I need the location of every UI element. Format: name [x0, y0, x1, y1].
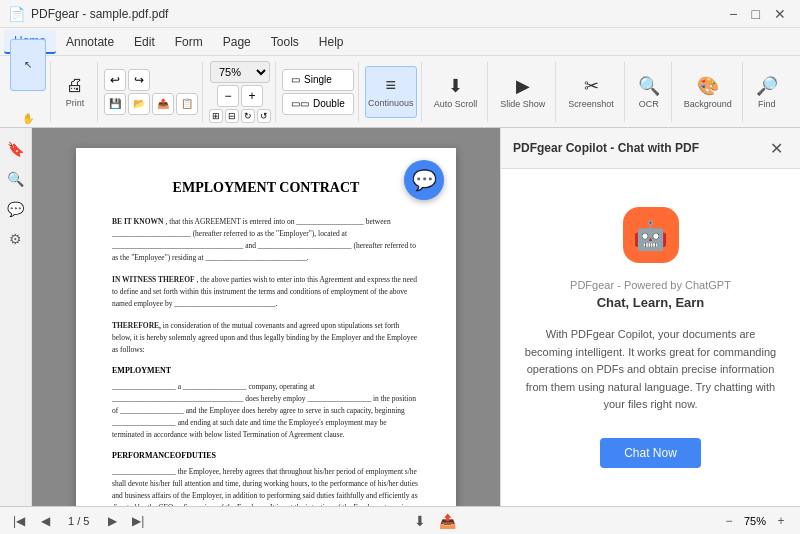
- page-navigation: |◀ ◀ 1 / 5 ▶ ▶|: [8, 510, 149, 532]
- window-title: PDFgear - sample.pdf.pdf: [31, 7, 168, 21]
- fit-page-button[interactable]: ⊞: [209, 109, 223, 123]
- action-buttons: ⬇ 📤: [409, 510, 459, 532]
- ocr-button[interactable]: 🔍 OCR: [631, 66, 667, 118]
- pdf-para2: IN WITNESS THEREOF , the above parties w…: [112, 274, 420, 310]
- find-button[interactable]: 🔎 Find: [749, 66, 785, 118]
- app-logo-icon: 📄: [8, 6, 25, 22]
- copy-button[interactable]: 📋: [176, 93, 198, 115]
- select-tool-button[interactable]: ↖: [10, 39, 46, 91]
- bottom-zoom-controls: − 75% +: [718, 510, 792, 532]
- copilot-description: With PDFgear Copilot, your documents are…: [521, 326, 780, 414]
- sidebar-search-icon[interactable]: 🔍: [3, 166, 29, 192]
- find-icon: 🔎: [756, 75, 778, 97]
- bottom-bar: |◀ ◀ 1 / 5 ▶ ▶| ⬇ 📤 − 75% +: [0, 506, 800, 534]
- zoom-in-button[interactable]: +: [241, 85, 263, 107]
- sidebar-bookmark-icon[interactable]: 🔖: [3, 136, 29, 162]
- hand-icon: ✋: [22, 113, 34, 124]
- menu-tools[interactable]: Tools: [261, 31, 309, 53]
- chat-fab-icon: 💬: [412, 168, 437, 192]
- slideshow-group: ▶ Slide Show: [490, 62, 556, 122]
- print-button[interactable]: 🖨 Print: [57, 66, 93, 118]
- slide-show-button[interactable]: ▶ Slide Show: [494, 66, 551, 118]
- main-area: 🔖 🔍 💬 ⚙ EMPLOYMENT CONTRACT BE IT KNOWN …: [0, 128, 800, 506]
- sidebar-comment-icon[interactable]: 💬: [3, 196, 29, 222]
- slideshow-icon: ▶: [516, 75, 530, 97]
- pdf-para3: THEREFORE, in consideration of the mutua…: [112, 320, 420, 356]
- menu-edit[interactable]: Edit: [124, 31, 165, 53]
- continuous-group: ≡ Continuous: [361, 62, 422, 122]
- save-button[interactable]: 💾: [104, 93, 126, 115]
- copilot-panel: PDFgear Copilot - Chat with PDF ✕ 🤖 PDFg…: [500, 128, 800, 506]
- zoom-group: 75% 50% 100% 125% 150% − + ⊞ ⊟ ↻ ↺: [205, 62, 276, 122]
- share-button[interactable]: 📤: [152, 93, 174, 115]
- zoom-select[interactable]: 75% 50% 100% 125% 150%: [210, 61, 270, 83]
- copilot-logo-icon: 🤖: [623, 207, 679, 263]
- share-bottom-button[interactable]: 📤: [437, 510, 459, 532]
- cursor-icon: ↖: [24, 59, 32, 70]
- rotate-ccw-button[interactable]: ↺: [257, 109, 271, 123]
- continuous-icon: ≡: [385, 75, 396, 96]
- window-controls: − □ ✕: [723, 0, 792, 28]
- pdf-para1: BE IT KNOWN , that this AGREEMENT is ent…: [112, 216, 420, 264]
- view-mode-group: ▭ Single ▭▭ Double: [278, 62, 359, 122]
- zoom-level-label: 75%: [744, 515, 766, 527]
- zoom-out-button[interactable]: −: [217, 85, 239, 107]
- rotate-cw-button[interactable]: ↻: [241, 109, 255, 123]
- chat-fab-button[interactable]: 💬: [404, 160, 444, 200]
- screenshot-group: ✂ Screenshot: [558, 62, 625, 122]
- minimize-button[interactable]: −: [723, 0, 743, 28]
- menubar: Home Annotate Edit Form Page Tools Help: [0, 28, 800, 56]
- last-page-button[interactable]: ▶|: [127, 510, 149, 532]
- copilot-close-button[interactable]: ✕: [764, 136, 788, 160]
- copilot-logo-glyph: 🤖: [633, 219, 668, 252]
- autoscroll-icon: ⬇: [448, 75, 463, 97]
- ocr-icon: 🔍: [638, 75, 660, 97]
- maximize-button[interactable]: □: [746, 0, 766, 28]
- background-button[interactable]: 🎨 Background: [678, 66, 738, 118]
- next-page-button[interactable]: ▶: [101, 510, 123, 532]
- pdf-duties-text: _________________ the Employee, hereby a…: [112, 466, 420, 506]
- chat-now-button[interactable]: Chat Now: [600, 438, 701, 468]
- pdf-page: EMPLOYMENT CONTRACT BE IT KNOWN , that t…: [76, 148, 456, 506]
- page-indicator: 1 / 5: [60, 515, 97, 527]
- close-button[interactable]: ✕: [768, 0, 792, 28]
- zoom-out-bottom-button[interactable]: −: [718, 510, 740, 532]
- menu-page[interactable]: Page: [213, 31, 261, 53]
- background-icon: 🎨: [697, 75, 719, 97]
- edit-tools-group: ↩ ↪ 💾 📂 📤 📋: [100, 62, 203, 122]
- zoom-in-bottom-button[interactable]: +: [770, 510, 792, 532]
- find-group: 🔎 Find: [745, 62, 789, 122]
- copilot-title: PDFgear Copilot - Chat with PDF: [513, 141, 699, 155]
- menu-annotate[interactable]: Annotate: [56, 31, 124, 53]
- toolbar: ↖ ✋ 🖨 Print ↩ ↪ 💾 📂 📤 📋: [0, 56, 800, 128]
- pdf-section-employment: EMPLOYMENT: [112, 366, 420, 375]
- auto-scroll-button[interactable]: ⬇ Auto Scroll: [428, 66, 484, 118]
- download-button[interactable]: ⬇: [409, 510, 431, 532]
- titlebar: 📄 PDFgear - sample.pdf.pdf − □ ✕: [0, 0, 800, 28]
- copilot-header: PDFgear Copilot - Chat with PDF ✕: [501, 128, 800, 169]
- copilot-brand: PDFgear - Powered by ChatGPT: [570, 279, 731, 291]
- prev-page-button[interactable]: ◀: [34, 510, 56, 532]
- ocr-group: 🔍 OCR: [627, 62, 672, 122]
- first-page-button[interactable]: |◀: [8, 510, 30, 532]
- pdf-employment-text: _________________ a _________________ co…: [112, 381, 420, 441]
- print-icon: 🖨: [66, 75, 84, 96]
- menu-form[interactable]: Form: [165, 31, 213, 53]
- pdf-viewer[interactable]: EMPLOYMENT CONTRACT BE IT KNOWN , that t…: [32, 128, 500, 506]
- double-view-button[interactable]: ▭▭ Double: [282, 93, 354, 115]
- print-group: 🖨 Print: [53, 62, 98, 122]
- single-view-button[interactable]: ▭ Single: [282, 69, 354, 91]
- copilot-body: 🤖 PDFgear - Powered by ChatGPT Chat, Lea…: [501, 169, 800, 506]
- open-button[interactable]: 📂: [128, 93, 150, 115]
- pdf-section-duties: PERFORMANCEOFDUTIES: [112, 451, 420, 460]
- screenshot-button[interactable]: ✂ Screenshot: [562, 66, 620, 118]
- undo-button[interactable]: ↩: [104, 69, 126, 91]
- copilot-tagline: Chat, Learn, Earn: [597, 295, 705, 310]
- double-icon: ▭▭: [291, 98, 309, 109]
- sidebar-settings-icon[interactable]: ⚙: [3, 226, 29, 252]
- pointer-group: ↖ ✋: [6, 62, 51, 122]
- fit-width-button[interactable]: ⊟: [225, 109, 239, 123]
- menu-help[interactable]: Help: [309, 31, 354, 53]
- continuous-view-button[interactable]: ≡ Continuous: [365, 66, 417, 118]
- redo-button[interactable]: ↪: [128, 69, 150, 91]
